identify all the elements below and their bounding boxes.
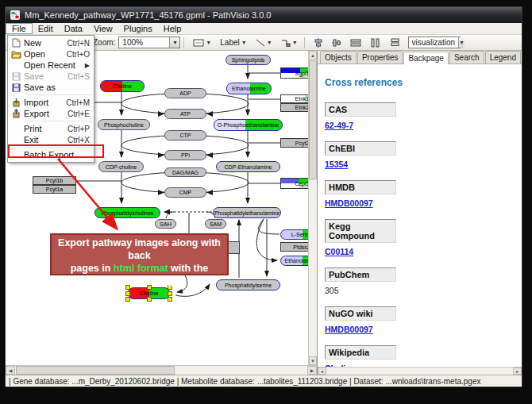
pathway-node[interactable]: Phosphatidylethanolamine bbox=[213, 207, 281, 218]
file-menu-item-print[interactable]: Print Ctrl+P bbox=[8, 123, 94, 134]
xref-value: 305 bbox=[325, 286, 339, 295]
line-icon bbox=[256, 39, 265, 47]
tab-properties[interactable]: Properties bbox=[357, 51, 403, 63]
xref-section-hmdb: HMDB HMDB00097 bbox=[325, 180, 515, 210]
pathway-node[interactable]: Etnk2 bbox=[280, 103, 308, 112]
pathway-node[interactable]: ATP bbox=[164, 109, 206, 119]
selection-handle[interactable] bbox=[168, 291, 172, 296]
pathway-node[interactable]: Pcyt2 bbox=[280, 138, 308, 148]
app-icon bbox=[10, 10, 20, 20]
file-menu-item-export[interactable]: Export Ctrl+E bbox=[8, 108, 94, 119]
pathway-node[interactable]: SAM bbox=[205, 219, 226, 229]
scroll-left-icon[interactable]: ◀ bbox=[6, 366, 15, 375]
file-menu-item-save-as[interactable]: Save as bbox=[8, 82, 94, 93]
canvas-horizontal-scrollbar[interactable]: ◀ ▶ bbox=[6, 365, 317, 375]
connector-tool-button[interactable]: ▼ bbox=[278, 37, 301, 48]
vertical-scroll-thumb[interactable] bbox=[309, 60, 317, 179]
file-menu-item-open-recent[interactable]: Open Recent ▶ bbox=[8, 60, 94, 71]
panel-horizontal-scrollbar[interactable]: ◂ ▸ bbox=[318, 367, 522, 375]
scroll-down-icon[interactable]: ▼ bbox=[309, 356, 317, 365]
distribute-vertical-icon bbox=[370, 38, 381, 48]
menu-edit[interactable]: Edit bbox=[33, 23, 59, 34]
selection-handle[interactable] bbox=[125, 297, 130, 302]
menu-plugins[interactable]: Plugins bbox=[118, 23, 158, 34]
pathway-node[interactable]: Ptdss2 bbox=[280, 242, 308, 252]
pathway-node[interactable]: CDP-choline bbox=[98, 161, 144, 172]
pathway-node[interactable]: Phosphatidylcholines bbox=[94, 207, 160, 218]
pathway-node[interactable]: CTP bbox=[164, 130, 206, 140]
pathway-node[interactable]: Ethanolamine bbox=[226, 83, 272, 94]
menu-view[interactable]: View bbox=[88, 23, 118, 34]
xref-link[interactable]: 62-49-7 bbox=[325, 121, 353, 130]
selection-handle[interactable] bbox=[147, 297, 152, 302]
align-center-button[interactable] bbox=[310, 37, 326, 49]
file-menu-item-open[interactable]: Open Ctrl+O bbox=[8, 48, 94, 60]
horizontal-scroll-thumb[interactable] bbox=[16, 366, 175, 375]
window-title: Mm_Kennedy_pathway_WP1771_45176.gpml - P… bbox=[25, 10, 271, 20]
selection-handle[interactable] bbox=[125, 291, 130, 296]
pathway-node[interactable]: SAH bbox=[155, 219, 176, 229]
xref-link[interactable]: HMDB00097 bbox=[325, 198, 373, 208]
zoom-combobox[interactable]: 100% ▼ bbox=[118, 37, 180, 48]
import-icon bbox=[12, 98, 21, 107]
tab-legend[interactable]: Legend bbox=[485, 51, 521, 63]
file-menu-item-import[interactable]: Import Ctrl+M bbox=[8, 97, 94, 108]
pathway-node[interactable]: Sphingolipids bbox=[226, 55, 271, 65]
menu-data[interactable]: Data bbox=[59, 23, 88, 34]
file-menu-item-batch-export[interactable]: Batch Export bbox=[8, 149, 94, 160]
xref-section-chebi: ChEBI 15354 bbox=[325, 141, 515, 171]
scroll-left-icon[interactable]: ◂ bbox=[318, 367, 326, 375]
pathway-node[interactable]: Pcyt1b bbox=[33, 176, 76, 185]
annotation-callout: Export pathway images along with back pa… bbox=[50, 233, 229, 275]
scroll-right-icon[interactable]: ▶ bbox=[307, 366, 317, 375]
pathway-node[interactable]: Cept1 bbox=[280, 178, 308, 189]
pathway-node[interactable]: CDP-Ethanolamine bbox=[216, 161, 280, 172]
tab-backpage[interactable]: Backpage bbox=[403, 52, 448, 64]
visualization-combobox[interactable]: visualization ▼ bbox=[408, 37, 461, 48]
distribute-horizontal-button[interactable] bbox=[347, 37, 364, 49]
xref-link[interactable]: C00114 bbox=[325, 247, 353, 256]
menu-file[interactable]: File bbox=[6, 23, 33, 34]
menu-help[interactable]: Help bbox=[158, 23, 187, 34]
pathway-node[interactable]: ADP bbox=[164, 88, 206, 98]
datanode-tool-button[interactable]: ▼ bbox=[190, 37, 214, 48]
new-document-icon bbox=[12, 38, 21, 48]
xref-link[interactable]: HMDB00097 bbox=[325, 325, 373, 334]
menu-bar: File Edit Data View Plugins Help bbox=[6, 23, 522, 35]
visualization-value: visualization bbox=[409, 38, 458, 47]
visualization-dropdown-icon[interactable]: ▼ bbox=[458, 37, 465, 48]
pathway-node[interactable]: L-Serine bbox=[280, 229, 308, 240]
pathway-node[interactable]: CMP bbox=[164, 187, 206, 198]
xref-name: Wikipedia bbox=[325, 345, 396, 360]
pathway-node[interactable]: DAG/MAG bbox=[164, 167, 206, 177]
canvas-vertical-scrollbar[interactable]: ▲ ▼ bbox=[308, 51, 317, 365]
line-tool-button[interactable]: ▼ bbox=[253, 37, 276, 48]
pathway-node[interactable]: O-Phosphoethanolamine bbox=[214, 119, 283, 131]
scroll-right-icon[interactable]: ▸ bbox=[513, 367, 522, 375]
pathway-node[interactable]: Choline bbox=[100, 80, 145, 92]
pathway-node[interactable]: Phosphocholine bbox=[98, 119, 150, 130]
tab-objects[interactable]: Objects bbox=[320, 51, 357, 63]
selection-handle[interactable] bbox=[168, 297, 172, 302]
stack-button[interactable] bbox=[387, 37, 403, 48]
tab-search[interactable]: Search bbox=[449, 51, 484, 63]
file-menu-item-save[interactable]: Save Ctrl+S bbox=[8, 71, 94, 82]
zoom-dropdown-icon[interactable]: ▼ bbox=[169, 37, 179, 48]
file-menu-item-new[interactable]: New Ctrl+N bbox=[8, 37, 94, 48]
pathway-node[interactable]: Pcyt1a bbox=[33, 185, 76, 194]
file-menu-item-exit[interactable]: Exit Ctrl+X bbox=[8, 134, 94, 145]
scroll-up-icon[interactable]: ▲ bbox=[309, 51, 317, 60]
pathway-node[interactable]: Ethanolamine bbox=[280, 256, 308, 266]
label-tool-button[interactable]: Label ▼ bbox=[217, 37, 249, 48]
xref-link[interactable]: 15354 bbox=[325, 160, 348, 169]
align-middle-button[interactable] bbox=[329, 37, 345, 49]
distribute-vertical-button[interactable] bbox=[367, 37, 384, 49]
status-bar: | Gene database: ...m_Derby_20120602.bri… bbox=[6, 375, 522, 387]
submenu-arrow-icon: ▶ bbox=[85, 62, 90, 69]
pathway-node[interactable]: Etnk1 bbox=[280, 94, 308, 103]
pathway-node[interactable]: PPi bbox=[164, 150, 206, 160]
pathway-node[interactable]: Sgpl1 bbox=[280, 67, 308, 79]
annotation-line1: Export pathway images along with back bbox=[52, 237, 227, 262]
title-bar[interactable]: Mm_Kennedy_pathway_WP1771_45176.gpml - P… bbox=[6, 7, 522, 23]
align-middle-icon bbox=[332, 38, 341, 48]
